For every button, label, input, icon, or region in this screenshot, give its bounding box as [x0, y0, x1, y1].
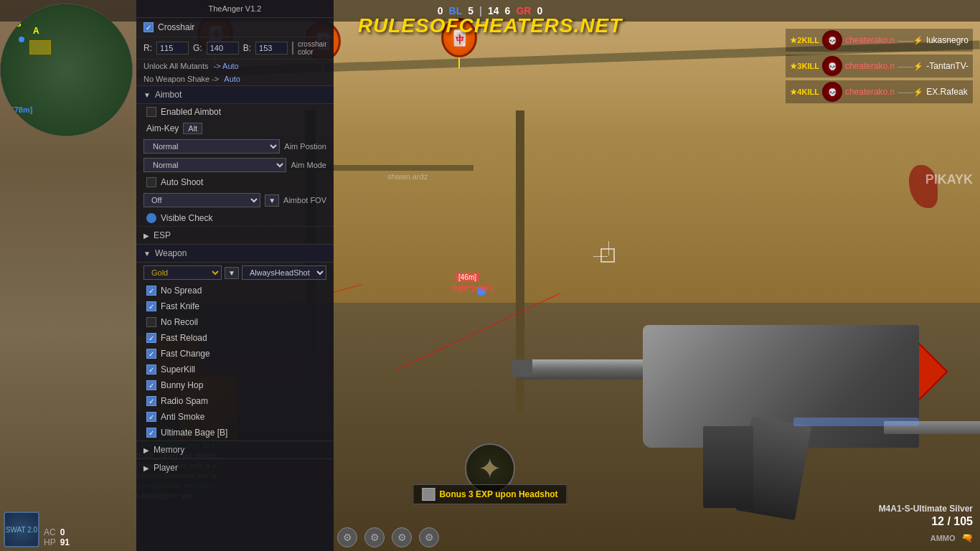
no-weapon-shake-row: No Weapon Shake -> Auto [136, 72, 334, 85]
panel-title: TheAnger V1.2 [136, 0, 334, 18]
hud-icon-3: ⚙ [392, 527, 412, 547]
weapon-label: Weapon [155, 248, 187, 258]
superkill-label: SuperKill [161, 364, 195, 375]
aimbot-arrow-icon: ▼ [143, 91, 151, 99]
fast-knife-checkbox[interactable] [146, 301, 156, 311]
aimbot-fov-dropdown[interactable]: Off On [143, 193, 260, 207]
bunny-hop-row[interactable]: Bunny Hop [136, 377, 334, 393]
unlock-mutants-label: Unlock All Mutants [143, 62, 208, 70]
enabled-aimbot-row[interactable]: Enabled Aimbot [136, 104, 334, 120]
pikayk-text: PIKAYK [925, 172, 973, 187]
radio-spam-row[interactable]: Radio Spam [136, 393, 334, 409]
unlock-mutants-value: -> Auto [214, 62, 239, 70]
b-input[interactable] [255, 42, 288, 55]
kill-victim-3: EX.Rafeak [926, 87, 967, 97]
player-name-overlay: light*john1 [452, 283, 493, 292]
kill-attacker-1: cheaterako.n [845, 35, 895, 45]
ammo-icon: AMMO 🔫 [879, 531, 973, 544]
player-arrow-icon: ▶ [143, 464, 149, 472]
fast-knife-row[interactable]: Fast Knife [136, 298, 334, 314]
aim-mode-row: Normal Silent Aim Mode [136, 156, 334, 174]
kill-icon-2: 💀 [822, 56, 842, 76]
aim-key-label: Aim-Key [146, 123, 179, 133]
auto-shoot-checkbox[interactable] [146, 177, 156, 187]
no-spread-checkbox[interactable] [146, 286, 156, 296]
weapon-type-dropdown[interactable]: Gold Silver [143, 265, 222, 280]
killfeed-row-3: ★4KILL 💀 cheaterako.n ——⚡ EX.Rafeak [786, 80, 973, 103]
radio-spam-label: Radio Spam [161, 396, 208, 406]
memory-label: Memory [154, 445, 184, 455]
fast-change-checkbox[interactable] [146, 349, 156, 359]
stats-display: AC 0 HP 91 [44, 527, 70, 547]
no-recoil-label: No Recoil [161, 317, 198, 327]
killfeed-row-2: ★3KILL 💀 cheaterako.n ——⚡ -TantanTV- [786, 55, 973, 77]
kill-icon-3: 💀 [822, 82, 842, 102]
fast-reload-row[interactable]: Fast Reload [136, 330, 334, 346]
aim-position-row: Normal Head Body Aim Postion [136, 137, 334, 156]
no-spread-label: No Spread [161, 286, 202, 296]
weapon-header[interactable]: ▼ Weapon [136, 244, 334, 263]
player-header[interactable]: ▶ Player [136, 458, 334, 476]
hud-icon-2: ⚙ [364, 527, 385, 547]
bunny-hop-checkbox[interactable] [146, 380, 156, 390]
aimbot-label: Aimbot [155, 90, 182, 100]
ultimate-bage-checkbox[interactable] [146, 428, 156, 438]
visible-check-indicator [146, 213, 156, 223]
anti-smoke-checkbox[interactable] [146, 412, 156, 422]
kill-weapon-1: ——⚡ [897, 36, 923, 45]
memory-arrow-icon: ▶ [143, 446, 149, 454]
killfeed: ★2KILL 💀 cheaterako.n ——⚡ lukasnegro ★3K… [786, 29, 973, 103]
aim-mode-label: Aim Mode [291, 161, 326, 169]
color-swatch[interactable] [292, 42, 293, 55]
ultimate-bage-label: Ultimate Bage [B] [161, 428, 227, 438]
fast-knife-label: Fast Knife [161, 301, 199, 311]
kill-badge-3: ★4KILL [790, 88, 819, 97]
visible-check-label: Visible Check [161, 213, 212, 223]
anti-smoke-row[interactable]: Anti Smoke [136, 409, 334, 425]
memory-header[interactable]: ▶ Memory [136, 441, 334, 458]
kill-attacker-2: cheaterako.n [845, 61, 895, 71]
fast-reload-checkbox[interactable] [146, 333, 156, 343]
fov-arrow-icon: ▼ [265, 194, 279, 207]
crosshair-row[interactable]: Crosshair [136, 18, 334, 37]
esp-header[interactable]: ▶ ESP [136, 226, 334, 244]
g-input[interactable] [207, 42, 239, 55]
aim-mode-dropdown[interactable]: Normal Silent [143, 158, 286, 172]
swat-icon: SWAT 2.0 [4, 512, 39, 547]
hp-value: 91 [60, 537, 70, 547]
no-recoil-checkbox[interactable] [146, 317, 156, 327]
aim-key-badge[interactable]: Alt [183, 123, 202, 134]
ammo-display: M4A1-S-Ultimate Silver 12 / 105 AMMO 🔫 [879, 504, 973, 544]
ammo-max: 105 [953, 515, 973, 527]
crosshair-checkbox[interactable] [143, 22, 154, 32]
fast-change-row[interactable]: Fast Change [136, 346, 334, 362]
bonus-text: Bonus 3 EXP upon Headshot [439, 489, 557, 499]
color-row: R: G: B: crosshair color [136, 37, 334, 60]
swat-label: SWAT 2.0 [6, 526, 37, 534]
kill-attacker-3: cheaterako.n [845, 87, 895, 97]
radio-spam-checkbox[interactable] [146, 396, 156, 406]
superkill-checkbox[interactable] [146, 364, 156, 375]
auto-shoot-row[interactable]: Auto Shoot [136, 174, 334, 190]
aim-position-label: Aim Postion [284, 142, 326, 151]
superkill-row[interactable]: SuperKill [136, 362, 334, 377]
no-weapon-shake-label: No Weapon Shake -> [143, 75, 219, 83]
enabled-aimbot-checkbox[interactable] [146, 107, 156, 117]
aim-position-dropdown[interactable]: Normal Head Body [143, 139, 280, 154]
no-spread-row[interactable]: No Spread [136, 283, 334, 298]
weapon-dd-arrow-icon: ▼ [225, 267, 239, 279]
hud-icon-4: ⚙ [419, 527, 439, 547]
weapon-mode-dropdown[interactable]: AlwaysHeadShot Normal [242, 265, 326, 280]
aimbot-fov-row: Off On ▼ Aimbot FOV [136, 190, 334, 210]
fast-reload-label: Fast Reload [161, 333, 207, 343]
no-recoil-row[interactable]: No Recoil [136, 314, 334, 330]
r-input[interactable] [156, 42, 189, 55]
aimbot-header[interactable]: ▼ Aimbot [136, 85, 334, 104]
kill-icon-1: 💀 [822, 30, 842, 50]
visible-check-row[interactable]: Visible Check [136, 210, 334, 226]
fast-change-label: Fast Change [161, 349, 210, 359]
aimbot-fov-label: Aimbot FOV [283, 196, 326, 204]
aim-key-row: Aim-Key Alt [136, 120, 334, 137]
ultimate-bage-row[interactable]: Ultimate Bage [B] [136, 425, 334, 441]
r-label: R: [143, 43, 152, 53]
